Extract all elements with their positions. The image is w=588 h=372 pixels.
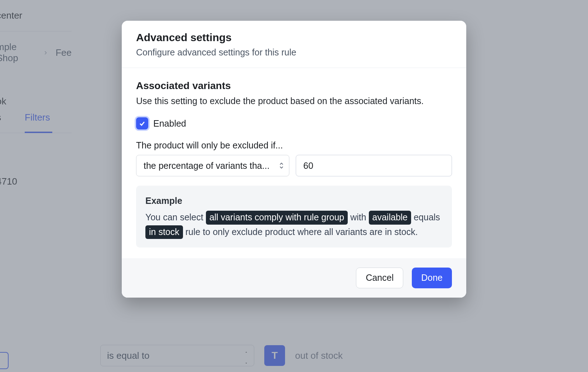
condition-value-input[interactable]: [296, 155, 452, 176]
select-chevrons-icon: [279, 162, 284, 169]
example-title: Example: [145, 194, 443, 208]
modal-subtitle: Configure advanced settings for this rul…: [136, 47, 452, 58]
example-body: You can select all variants comply with …: [145, 210, 443, 239]
select-label: the percentage of variants tha...: [144, 161, 270, 171]
example-card: Example You can select all variants comp…: [136, 186, 452, 248]
check-icon: [139, 120, 146, 127]
condition-type-select[interactable]: the percentage of variants tha...: [136, 155, 289, 176]
condition-prompt: The product will only be excluded if...: [136, 140, 452, 151]
modal-body: Associated variants Use this setting to …: [122, 68, 466, 258]
enabled-label: Enabled: [153, 118, 186, 129]
enabled-row: Enabled: [136, 117, 452, 129]
example-chip: all variants comply with rule group: [206, 211, 348, 224]
done-button[interactable]: Done: [412, 268, 452, 288]
modal-backdrop[interactable]: Advanced settings Configure advanced set…: [0, 0, 588, 372]
condition-controls: the percentage of variants tha...: [136, 155, 452, 176]
modal-header: Advanced settings Configure advanced set…: [122, 21, 466, 68]
modal-title: Advanced settings: [136, 31, 452, 44]
section-description: Use this setting to exclude the product …: [136, 94, 452, 107]
advanced-settings-modal: Advanced settings Configure advanced set…: [122, 21, 466, 298]
cancel-button[interactable]: Cancel: [356, 268, 403, 288]
section-title: Associated variants: [136, 80, 452, 92]
example-chip: in stock: [145, 225, 183, 239]
enabled-checkbox[interactable]: [136, 117, 148, 129]
example-chip: available: [369, 211, 411, 224]
modal-footer: Cancel Done: [122, 258, 466, 298]
